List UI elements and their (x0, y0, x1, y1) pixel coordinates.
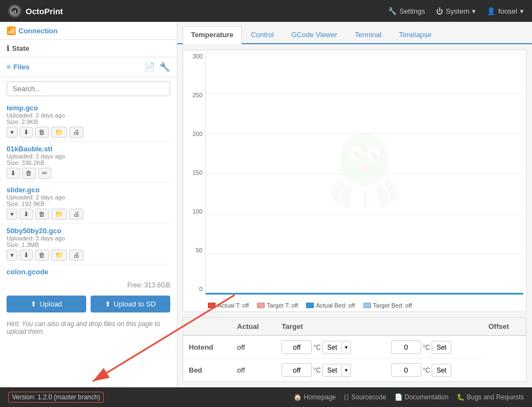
legend-actual-bed: Actual Bed: off (306, 302, 355, 309)
sourcecode-link[interactable]: ⟨⟩ Sourcecode (344, 393, 386, 401)
hotend-offset-input[interactable] (391, 340, 421, 354)
homepage-link[interactable]: 🏠 Homepage (294, 393, 336, 401)
file-delete-btn[interactable]: 🗑 (35, 209, 49, 220)
file-delete-btn[interactable]: 🗑 (22, 168, 36, 179)
file-delete-btn[interactable]: 🗑 (35, 127, 49, 138)
system-link[interactable]: ⏻ System ▾ (436, 7, 476, 15)
bed-set-dropdown[interactable]: ▾ (342, 364, 351, 377)
list-item: 01kBauble.stl Uploaded: 2 days ago Size:… (7, 141, 170, 182)
bed-offset-input[interactable] (391, 363, 421, 377)
user-label: foosel (498, 7, 517, 15)
file-name[interactable]: colon.gcode (7, 268, 170, 276)
y-label-50: 50 (183, 247, 202, 253)
hotend-set-button[interactable]: Set (322, 341, 342, 354)
tab-timelapse[interactable]: Timelapse (391, 26, 439, 43)
col-offset: Offset (483, 318, 526, 335)
bed-set-button[interactable]: Set (322, 364, 342, 377)
file-print-btn[interactable]: 🖨 (69, 250, 83, 261)
gridline (206, 53, 523, 54)
chart-yaxis: 300 250 200 150 100 50 0 (183, 50, 205, 295)
upload-sd-button[interactable]: ⬆ Upload to SD (91, 296, 170, 312)
tab-temperature[interactable]: Temperature (183, 26, 242, 44)
upload-buttons: ⬆ Upload ⬆ Upload to SD (0, 291, 177, 317)
file-size: Size: 192.9KB (7, 200, 170, 207)
y-label-250: 250 (183, 92, 202, 98)
file-folder-btn[interactable]: 📁 (51, 250, 67, 261)
hotend-actual: off (232, 335, 277, 359)
file-actions: ▾ ⬇ 🗑 📁 🖨 (7, 250, 170, 261)
hotend-target-input[interactable] (282, 340, 312, 354)
chart-bottom-bar (206, 293, 523, 294)
file-download-btn[interactable]: ⬇ (20, 209, 33, 220)
file-actions: ⬇ 🗑 ✏ (7, 168, 170, 179)
upload-label: Upload (39, 300, 62, 308)
tab-control[interactable]: Control (243, 26, 282, 43)
navbar-right: 🔧 Settings ⏻ System ▾ 👤 foosel ▾ (388, 7, 524, 15)
documentation-link[interactable]: 📄 Documentation (394, 393, 449, 401)
file-folder-btn[interactable]: 📁 (51, 127, 67, 138)
file-meta: Uploaded: 2 days ago (7, 194, 170, 200)
svg-point-5 (340, 133, 388, 186)
gridline (206, 93, 523, 94)
file-edit-btn[interactable]: ✏ (38, 168, 51, 179)
file-folder-btn[interactable]: 📁 (51, 209, 67, 220)
files-header: ≡ Files 📄 🔧 (0, 57, 177, 77)
file-actions: ▾ ⬇ 🗑 📁 🖨 (7, 127, 170, 138)
main-layout: 📶 Connection ℹ State ≡ Files 📄 🔧 (0, 22, 532, 387)
bed-unit: °C (313, 367, 320, 374)
user-icon: 👤 (487, 7, 495, 15)
bed-target-group: °C Set ▾ (282, 363, 380, 377)
state-title[interactable]: ℹ State (7, 44, 170, 52)
search-input[interactable] (7, 81, 170, 96)
power-icon: ⏻ (436, 7, 443, 15)
file-dropdown-btn[interactable]: ▾ (7, 250, 17, 261)
list-item: colon.gcode (7, 264, 170, 279)
hotend-offset-unit: °C (423, 344, 430, 351)
file-name[interactable]: slider.gco (7, 186, 170, 194)
navbar: OctoPrint 🔧 Settings ⏻ System ▾ 👤 foosel… (0, 0, 532, 22)
files-title-group: ≡ Files (7, 63, 29, 71)
footer-left: Version: 1.2.0 (master branch) (8, 392, 104, 403)
file-delete-btn[interactable]: 🗑 (35, 250, 49, 261)
hint-text: Hint: You can also drag and drop files o… (0, 317, 177, 340)
bed-target-input[interactable] (282, 363, 312, 377)
file-print-btn[interactable]: 🖨 (69, 127, 83, 138)
tab-terminal[interactable]: Terminal (346, 26, 390, 43)
files-label[interactable]: Files (14, 63, 30, 71)
tab-gcode-viewer[interactable]: GCode Viewer (283, 26, 345, 43)
connection-title[interactable]: 📶 Connection (7, 26, 170, 35)
legend-target-bed-color (363, 303, 371, 308)
system-label: System (446, 7, 469, 15)
y-label-300: 300 (183, 53, 202, 60)
file-dropdown-btn[interactable]: ▾ (7, 209, 17, 220)
file-dropdown-btn[interactable]: ▾ (7, 127, 17, 138)
file-download-btn[interactable]: ⬇ (7, 168, 20, 179)
file-size: Size: 1.3MB (7, 241, 170, 248)
file-print-btn[interactable]: 🖨 (69, 209, 83, 220)
bed-offset-set-button[interactable]: Set (432, 364, 451, 377)
settings-link[interactable]: 🔧 Settings (388, 7, 425, 15)
table-row: Bed off °C Set ▾ (183, 359, 526, 382)
connection-section: 📶 Connection (0, 22, 177, 40)
file-download-btn[interactable]: ⬇ (20, 127, 33, 138)
file-name[interactable]: 50by50by20.gco (7, 227, 170, 235)
code-icon: ⟨⟩ (344, 393, 349, 401)
bugs-link[interactable]: 🐛 Bugs and Requests (457, 393, 524, 401)
file-name[interactable]: 01kBauble.stl (7, 145, 170, 153)
user-link[interactable]: 👤 foosel ▾ (487, 7, 524, 15)
hotend-set-dropdown[interactable]: ▾ (342, 341, 351, 354)
hotend-offset-set-button[interactable]: Set (432, 341, 451, 354)
hotend-target-group: °C Set ▾ (282, 340, 380, 354)
svg-rect-3 (13, 11, 14, 14)
legend-target-t-label: Target T: off (267, 302, 298, 309)
file-name[interactable]: temp.gco (7, 104, 170, 112)
y-label-150: 150 (183, 169, 202, 176)
wrench-files-icon[interactable]: 🔧 (159, 62, 170, 72)
hotend-offset-cell: °C Set (386, 335, 483, 359)
y-label-100: 100 (183, 208, 202, 215)
legend-target-bed: Target Bed: off (363, 302, 412, 309)
file-icon[interactable]: 📄 (144, 62, 155, 72)
upload-button[interactable]: ⬆ Upload (7, 296, 86, 312)
svg-point-12 (359, 166, 369, 173)
file-download-btn[interactable]: ⬇ (20, 250, 33, 261)
